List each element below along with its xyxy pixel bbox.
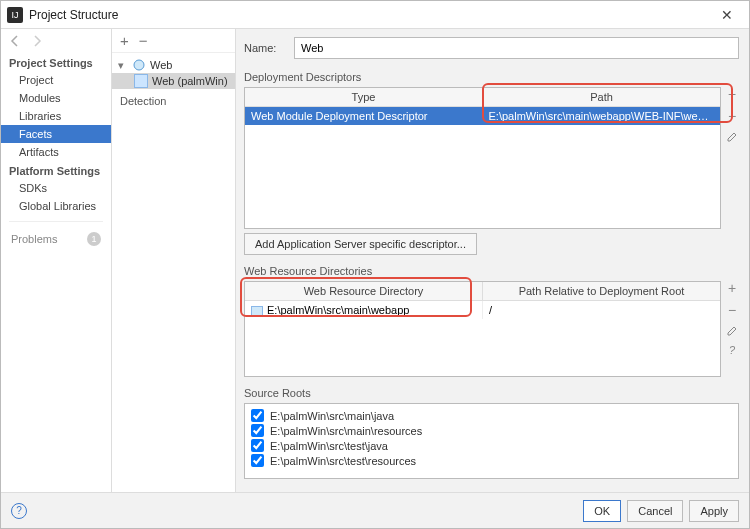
edit-icon[interactable] (726, 325, 738, 337)
add-server-descriptor-button[interactable]: Add Application Server specific descript… (244, 233, 477, 255)
sidebar-item-modules[interactable]: Modules (1, 89, 111, 107)
sidebar-item-project[interactable]: Project (1, 71, 111, 89)
sidebar-item-sdks[interactable]: SDKs (1, 179, 111, 197)
tree-node-label: Web (palmWin) (152, 75, 228, 87)
tree-node-web[interactable]: ▾ Web (112, 57, 235, 73)
source-root-checkbox[interactable] (251, 454, 264, 467)
source-root-checkbox[interactable] (251, 439, 264, 452)
source-root-path: E:\palmWin\src\test\resources (270, 455, 416, 467)
cell-path: E:\palmWin\src\main\webapp\WEB-INF\web.x… (483, 107, 721, 125)
facet-name-input[interactable] (294, 37, 739, 59)
table-row[interactable]: Web Module Deployment Descriptor E:\palm… (245, 107, 720, 125)
list-item[interactable]: E:\palmWin\src\main\resources (251, 423, 732, 438)
source-roots-title: Source Roots (244, 387, 739, 399)
edit-icon[interactable] (726, 131, 738, 143)
app-logo-icon: IJ (7, 7, 23, 23)
source-root-path: E:\palmWin\src\main\resources (270, 425, 422, 437)
help-icon[interactable]: ? (729, 345, 735, 356)
apply-button[interactable]: Apply (689, 500, 739, 522)
sidebar-item-global-libraries[interactable]: Global Libraries (1, 197, 111, 215)
web-facet-icon (132, 58, 146, 72)
tree-node-web-palmwin[interactable]: Web (palmWin) (112, 73, 235, 89)
help-icon[interactable]: ? (11, 503, 27, 519)
detection-label[interactable]: Detection (112, 89, 235, 113)
cell-dir: E:\palmWin\src\main\webapp (245, 301, 483, 319)
web-resource-dirs-title: Web Resource Directories (244, 265, 739, 277)
list-item[interactable]: E:\palmWin\src\test\java (251, 438, 732, 453)
col-type: Type (245, 88, 483, 106)
tree-node-label: Web (150, 59, 172, 71)
facet-tree: + − ▾ Web Web (palmWin) Detection (112, 29, 236, 492)
list-item[interactable]: E:\palmWin\src\main\java (251, 408, 732, 423)
deployment-descriptors-table[interactable]: Type Path Web Module Deployment Descript… (244, 87, 721, 229)
sidebar-item-libraries[interactable]: Libraries (1, 107, 111, 125)
source-root-path: E:\palmWin\src\main\java (270, 410, 394, 422)
col-path: Path (483, 88, 720, 106)
web-facet-icon (134, 74, 148, 88)
add-icon[interactable]: + (728, 87, 736, 101)
sidebar-item-problems[interactable]: Problems (11, 233, 57, 245)
close-icon[interactable]: ✕ (711, 1, 743, 28)
cancel-button[interactable]: Cancel (627, 500, 683, 522)
cell-type: Web Module Deployment Descriptor (245, 107, 483, 125)
table-row[interactable]: E:\palmWin\src\main\webapp / (245, 301, 720, 319)
settings-sidebar: Project Settings Project Modules Librari… (1, 29, 112, 492)
source-root-path: E:\palmWin\src\test\java (270, 440, 388, 452)
deployment-descriptors-title: Deployment Descriptors (244, 71, 739, 83)
web-resource-dirs-table[interactable]: Web Resource Directory Path Relative to … (244, 281, 721, 377)
remove-icon[interactable]: − (728, 109, 736, 123)
back-icon[interactable] (9, 35, 21, 47)
folder-icon (251, 306, 263, 316)
add-icon[interactable]: + (120, 32, 129, 49)
list-item[interactable]: E:\palmWin\src\test\resources (251, 453, 732, 468)
group-platform-settings: Platform Settings (1, 161, 111, 179)
add-icon[interactable]: + (728, 281, 736, 295)
sidebar-item-artifacts[interactable]: Artifacts (1, 143, 111, 161)
window-title: Project Structure (29, 8, 711, 22)
remove-icon[interactable]: − (728, 303, 736, 317)
source-root-checkbox[interactable] (251, 424, 264, 437)
ok-button[interactable]: OK (583, 500, 621, 522)
problems-count-badge: 1 (87, 232, 101, 246)
col-rel: Path Relative to Deployment Root (483, 282, 720, 300)
title-bar: IJ Project Structure ✕ (1, 1, 749, 29)
sidebar-item-facets[interactable]: Facets (1, 125, 111, 143)
chevron-down-icon[interactable]: ▾ (118, 59, 128, 72)
svg-point-0 (134, 60, 144, 70)
forward-icon[interactable] (31, 35, 43, 47)
name-label: Name: (244, 42, 294, 54)
source-roots-list: E:\palmWin\src\main\java E:\palmWin\src\… (244, 403, 739, 479)
facet-config-panel: Name: Deployment Descriptors Type Path W… (236, 29, 749, 492)
source-root-checkbox[interactable] (251, 409, 264, 422)
group-project-settings: Project Settings (1, 53, 111, 71)
col-dir: Web Resource Directory (245, 282, 483, 300)
remove-icon[interactable]: − (139, 32, 148, 49)
cell-rel: / (483, 301, 720, 319)
